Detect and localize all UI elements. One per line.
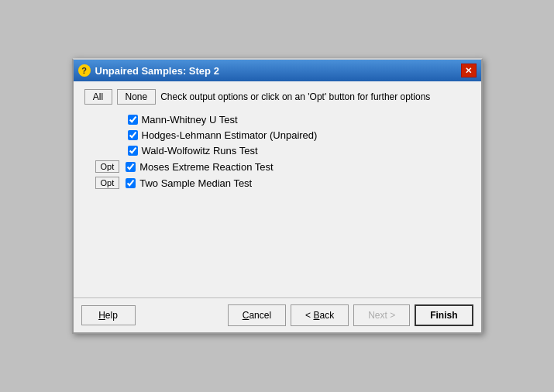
- list-item: Hodges-Lehmann Estimator (Unpaired): [95, 129, 470, 141]
- checkbox-moses[interactable]: [126, 162, 136, 172]
- list-item: Wald-Wolfowitz Runs Test: [95, 145, 470, 156]
- help-button[interactable]: Help: [81, 305, 136, 325]
- dialog-window: ? Unpaired Samples: Step 2 ✕ All None Ch…: [72, 58, 483, 334]
- dialog-icon: ?: [78, 64, 91, 77]
- list-item: Opt Two Sample Median Test: [95, 177, 470, 189]
- opt-button-moses[interactable]: Opt: [95, 160, 120, 173]
- all-button[interactable]: All: [84, 89, 112, 105]
- dialog-title: Unpaired Samples: Step 2: [95, 65, 219, 77]
- spacer: [84, 195, 470, 288]
- option-label-wald-wolfowitz: Wald-Wolfowitz Runs Test: [142, 145, 258, 156]
- option-moses[interactable]: Moses Extreme Reaction Test: [126, 161, 273, 173]
- option-hodges-lehmann[interactable]: Hodges-Lehmann Estimator (Unpaired): [128, 129, 318, 141]
- checkbox-hodges-lehmann[interactable]: [128, 130, 138, 140]
- finish-button[interactable]: Finish: [415, 304, 473, 326]
- back-button[interactable]: < Back: [291, 304, 349, 326]
- none-button[interactable]: None: [117, 89, 157, 105]
- options-area: Mann-Whitney U Test Hodges-Lehmann Estim…: [84, 114, 470, 189]
- option-two-sample-median[interactable]: Two Sample Median Test: [126, 177, 252, 189]
- cancel-button[interactable]: Cancel: [228, 304, 286, 326]
- checkbox-wald-wolfowitz[interactable]: [128, 146, 138, 156]
- checkbox-two-sample-median[interactable]: [126, 178, 136, 188]
- right-buttons: Cancel < Back Next > Finish: [228, 304, 473, 326]
- opt-button-two-sample-median[interactable]: Opt: [95, 177, 120, 189]
- list-item: Mann-Whitney U Test: [95, 114, 470, 126]
- instruction-text: Check output options or click on an 'Opt…: [160, 91, 430, 102]
- option-mann-whitney[interactable]: Mann-Whitney U Test: [128, 114, 238, 126]
- list-item: Opt Moses Extreme Reaction Test: [95, 160, 470, 173]
- title-bar-left: ? Unpaired Samples: Step 2: [78, 64, 219, 77]
- checkbox-mann-whitney[interactable]: [128, 115, 138, 125]
- option-label-two-sample-median: Two Sample Median Test: [139, 177, 252, 189]
- top-row: All None Check output options or click o…: [84, 89, 470, 105]
- next-button[interactable]: Next >: [353, 304, 410, 326]
- bottom-bar: Help Cancel < Back Next > Finish: [74, 297, 481, 332]
- close-button[interactable]: ✕: [461, 64, 477, 77]
- option-label-moses: Moses Extreme Reaction Test: [139, 161, 273, 173]
- option-label-mann-whitney: Mann-Whitney U Test: [142, 114, 238, 126]
- option-label-hodges-lehmann: Hodges-Lehmann Estimator (Unpaired): [142, 129, 318, 141]
- dialog-body: All None Check output options or click o…: [74, 81, 481, 297]
- title-bar: ? Unpaired Samples: Step 2 ✕: [74, 60, 481, 81]
- option-wald-wolfowitz[interactable]: Wald-Wolfowitz Runs Test: [128, 145, 258, 156]
